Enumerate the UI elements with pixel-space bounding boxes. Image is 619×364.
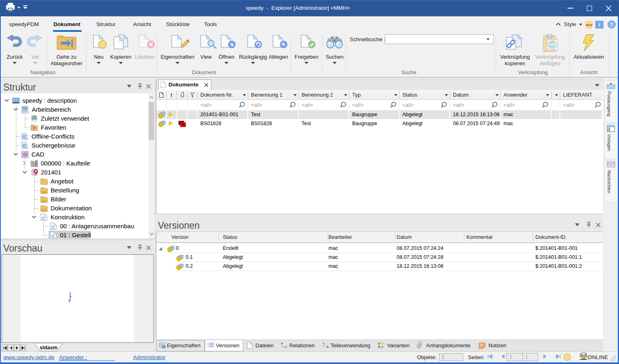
svg-text:sldasm: sldasm: [40, 345, 57, 351]
svg-text:NEW: NEW: [586, 24, 592, 26]
